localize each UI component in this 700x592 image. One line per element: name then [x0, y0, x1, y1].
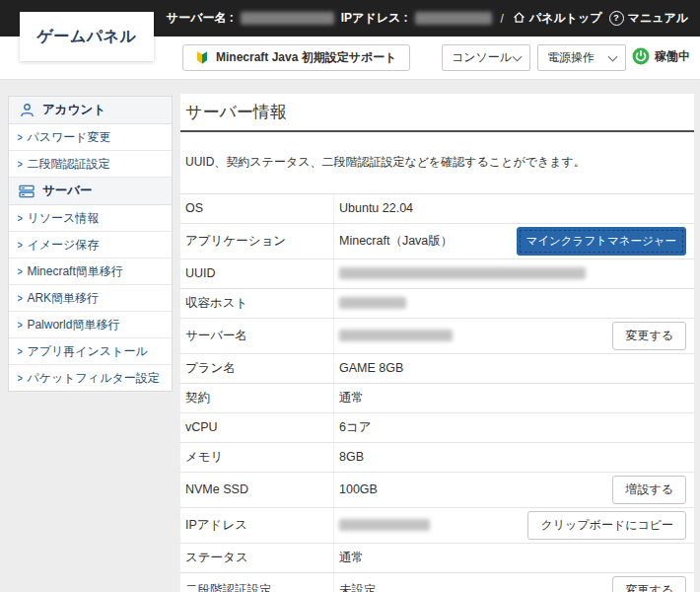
- table-row: 契約 通常: [180, 384, 694, 413]
- chevron-right-icon: >: [18, 239, 23, 251]
- row-value: GAME 8GB: [334, 361, 678, 375]
- redacted-server-name: [241, 12, 334, 25]
- sidebar-item-二段階認証設定[interactable]: > 二段階認証設定: [9, 151, 172, 178]
- panel-top-label: パネルトップ: [529, 10, 602, 27]
- sidebar: アカウント > パスワード変更 > 二段階認証設定 サーバー > リソース情報 …: [8, 96, 173, 392]
- redacted-ip-address: [415, 12, 492, 25]
- row-value: [334, 267, 678, 279]
- console-select[interactable]: コンソール: [442, 44, 530, 71]
- table-row: プラン名 GAME 8GB: [180, 354, 694, 384]
- chevron-down-icon: [608, 51, 618, 61]
- topbar-separator: /: [501, 12, 504, 26]
- sidebar-item-label: Minecraft簡単移行: [27, 263, 122, 280]
- app-logo[interactable]: ゲームパネル: [20, 12, 154, 61]
- row-label: NVMe SSD: [185, 473, 334, 507]
- expand-ssd-button[interactable]: 増設する: [612, 476, 686, 504]
- chevron-right-icon: >: [18, 265, 23, 277]
- main-panel: サーバー情報 UUID、契約ステータス、二段階認証設定などを確認することができま…: [180, 94, 694, 592]
- row-value: 未設定: [334, 582, 604, 592]
- table-row: OS Ubuntu 22.04: [180, 194, 694, 224]
- sidebar-item-イメージ保存[interactable]: > イメージ保存: [9, 232, 172, 259]
- sidebar-item-label: 二段階認証設定: [27, 156, 109, 173]
- minecraft-manager-button[interactable]: マインクラフトマネージャー: [517, 227, 686, 256]
- row-action: クリップボードにコピー: [520, 511, 686, 540]
- sidebar-item-パスワード変更[interactable]: > パスワード変更: [9, 124, 172, 151]
- row-label: プラン名: [185, 354, 334, 383]
- row-action: 増設する: [604, 476, 686, 504]
- row-label: アプリケーション: [185, 224, 334, 259]
- sidebar-section-header: アカウント: [9, 97, 172, 124]
- table-row: IPアドレス クリップボードにコピー: [180, 508, 694, 544]
- table-row: メモリ 8GB: [180, 443, 694, 473]
- chevron-down-icon: [513, 51, 523, 61]
- panel-top-link[interactable]: パネルトップ: [513, 10, 602, 27]
- status-badge: 稼働中: [655, 48, 690, 65]
- sidebar-item-リソース情報[interactable]: > リソース情報: [9, 205, 172, 232]
- row-label: IPアドレス: [185, 508, 334, 543]
- change-server-name-button[interactable]: 変更する: [612, 322, 686, 350]
- sidebar-section-title: サーバー: [42, 183, 93, 199]
- home-icon: [513, 11, 525, 27]
- sidebar-item-label: パスワード変更: [27, 129, 110, 146]
- row-value: [334, 519, 520, 531]
- row-value: 8GB: [334, 450, 678, 464]
- power-status-icon: [632, 47, 650, 65]
- row-value: [334, 297, 678, 309]
- sidebar-item-label: パケットフィルター設定: [27, 370, 159, 387]
- sidebar-item-label: アプリ再インストール: [27, 343, 147, 360]
- row-value: 通常: [334, 390, 678, 407]
- sidebar-item-Palworld簡単移行[interactable]: > Palworld簡単移行: [9, 312, 172, 338]
- row-label: サーバー名: [185, 319, 334, 353]
- power-select[interactable]: 電源操作: [537, 44, 626, 71]
- row-label: メモリ: [185, 443, 334, 472]
- chevron-right-icon: >: [18, 131, 23, 143]
- row-action: 変更する: [604, 322, 686, 350]
- row-value: Ubuntu 22.04: [334, 201, 678, 215]
- copy-ip-button[interactable]: クリップボードにコピー: [527, 511, 686, 540]
- row-action: 変更する: [604, 576, 686, 592]
- row-value: Minecraft（Java版）: [334, 233, 509, 250]
- sidebar-item-パケットフィルター設定[interactable]: > パケットフィルター設定: [9, 365, 172, 391]
- row-label: 契約: [185, 384, 334, 412]
- console-select-value: コンソール: [452, 49, 512, 66]
- redacted-value: [339, 297, 406, 309]
- change-2fa-button[interactable]: 変更する: [612, 576, 686, 592]
- chevron-right-icon: >: [18, 345, 23, 357]
- chevron-right-icon: >: [18, 292, 23, 304]
- power-select-value: 電源操作: [547, 49, 595, 66]
- table-row: UUID: [180, 259, 694, 289]
- sidebar-section-header: サーバー: [9, 178, 172, 205]
- sidebar-section-title: アカウント: [42, 102, 105, 118]
- minecraft-setup-support-button[interactable]: Minecraft Java 初期設定サポート: [182, 44, 410, 71]
- sidebar-item-アプリ再インストール[interactable]: > アプリ再インストール: [9, 338, 172, 365]
- table-row: 二段階認証設定 未設定 変更する: [180, 573, 694, 592]
- row-value: 6コア: [334, 419, 678, 436]
- chevron-right-icon: >: [18, 372, 23, 384]
- topbar-ip-label: IPアドレス :: [341, 10, 408, 27]
- table-row: ステータス 通常: [180, 544, 694, 573]
- table-row: アプリケーション Minecraft（Java版） マインクラフトマネージャー: [180, 224, 694, 259]
- sidebar-item-label: イメージ保存: [27, 237, 99, 254]
- row-value: 100GB: [334, 482, 604, 496]
- manual-link[interactable]: ? マニュアル: [609, 10, 688, 27]
- table-row: 収容ホスト: [180, 289, 694, 319]
- redacted-value: [339, 519, 430, 531]
- sidebar-item-label: Palworld簡単移行: [27, 317, 119, 333]
- minecraft-setup-support-label: Minecraft Java 初期設定サポート: [216, 49, 397, 66]
- row-label: 収容ホスト: [185, 289, 334, 318]
- page-title: サーバー情報: [180, 94, 694, 132]
- sidebar-item-ARK簡単移行[interactable]: > ARK簡単移行: [9, 285, 172, 312]
- chevron-right-icon: >: [18, 319, 23, 331]
- beginner-mark-icon: [195, 50, 209, 65]
- user-icon: [19, 103, 35, 117]
- row-action: マインクラフトマネージャー: [509, 227, 686, 256]
- row-value: [334, 330, 604, 341]
- sidebar-item-label: リソース情報: [27, 210, 99, 227]
- redacted-value: [339, 267, 586, 279]
- row-label: UUID: [185, 259, 334, 288]
- row-label: OS: [185, 194, 334, 223]
- row-label: ステータス: [185, 544, 334, 572]
- table-row: サーバー名 変更する: [180, 319, 694, 354]
- server-status-indicator: 稼働中: [632, 47, 690, 65]
- sidebar-item-Minecraft簡単移行[interactable]: > Minecraft簡単移行: [9, 259, 172, 285]
